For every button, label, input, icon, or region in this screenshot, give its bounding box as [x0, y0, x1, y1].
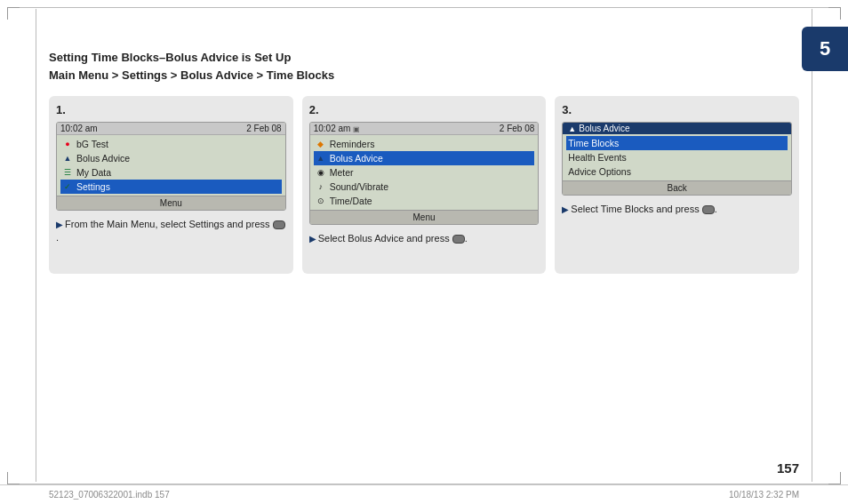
screen-item-3-1: Time Blocks: [566, 136, 788, 150]
device-screen-1: 10:02 am2 Feb 08●bG Test▲Bolus Advice☰My…: [56, 122, 286, 211]
button-icon-2: [452, 235, 465, 244]
step-card-1: 1.10:02 am2 Feb 08●bG Test▲Bolus Advice☰…: [49, 96, 293, 274]
vline-left: [36, 9, 36, 482]
screen-item-1-2: ▲Bolus Advice: [60, 151, 282, 165]
screen-item-2-2: ▲Bolus Advice: [314, 151, 535, 165]
screen-header-title-3: ▲Bolus Advice: [563, 123, 791, 134]
corner-tl: [7, 7, 20, 20]
chapter-tab: 5: [802, 27, 848, 71]
screen-item-2-4: ♪Sound/Vibrate: [314, 180, 535, 194]
screen-body-2: ◆Reminders▲Bolus Advice◉Meter♪Sound/Vibr…: [310, 135, 539, 210]
screen-header-2: 10:02 am ▣2 Feb 08: [310, 123, 539, 135]
step-arrow-2: ▶: [309, 234, 316, 244]
footer-left: 52123_07006322001.indb 157: [49, 490, 170, 500]
button-icon-3: [702, 205, 715, 214]
step-card-2: 2.10:02 am ▣2 Feb 08◆Reminders▲Bolus Adv…: [302, 96, 547, 274]
screen-header-1: 10:02 am2 Feb 08: [57, 123, 285, 135]
screen-item-1-1: ●bG Test: [60, 137, 282, 151]
screen-item-3-3: Advice Options: [566, 164, 788, 179]
screen-item-1-4: ✓Settings: [60, 180, 282, 194]
step-number-3: 3.: [562, 103, 792, 116]
heading-block: Setting Time Blocks–Bolus Advice is Set …: [49, 49, 799, 84]
step-desc-1: ▶From the Main Menu, select Settings and…: [56, 218, 286, 245]
step-arrow-3: ▶: [562, 204, 569, 214]
footer-right: 10/18/13 2:32 PM: [729, 490, 799, 500]
screen-footer-2: Menu: [310, 210, 539, 224]
screen-body-1: ●bG Test▲Bolus Advice☰My Data✓Settings: [57, 135, 285, 196]
footer-bar: 52123_07006322001.indb 157 10/18/13 2:32…: [0, 484, 848, 504]
vline-right: [812, 9, 812, 482]
heading-line2: Main Menu > Settings > Bolus Advice > Ti…: [49, 67, 799, 84]
step-number-1: 1.: [56, 103, 286, 116]
device-screen-3: ▲Bolus AdviceTime BlocksHealth EventsAdv…: [562, 122, 792, 196]
corner-tr: [828, 7, 841, 20]
step-arrow-1: ▶: [56, 220, 63, 229]
screen-item-3-2: Health Events: [566, 150, 788, 164]
step-desc-2: ▶Select Bolus Advice and press .: [309, 232, 540, 245]
screen-body-3: Time BlocksHealth EventsAdvice Options: [563, 134, 791, 180]
step-card-3: 3.▲Bolus AdviceTime BlocksHealth EventsA…: [555, 96, 799, 274]
button-icon-1: [273, 220, 285, 229]
screen-footer-3: Back: [563, 180, 791, 195]
screen-item-2-5: ⊙Time/Date: [314, 194, 535, 208]
hline-top: [20, 7, 828, 8]
device-screen-2: 10:02 am ▣2 Feb 08◆Reminders▲Bolus Advic…: [309, 122, 540, 225]
screen-item-2-3: ◉Meter: [314, 165, 535, 180]
steps-row: 1.10:02 am2 Feb 08●bG Test▲Bolus Advice☰…: [49, 96, 799, 274]
corner-bl: [7, 472, 20, 484]
chapter-number: 5: [820, 37, 830, 60]
main-content: Setting Time Blocks–Bolus Advice is Set …: [49, 49, 799, 477]
step-desc-3: ▶Select Time Blocks and press .: [562, 203, 792, 216]
step-number-2: 2.: [309, 103, 540, 116]
heading-line1: Setting Time Blocks–Bolus Advice is Set …: [49, 49, 799, 67]
screen-item-1-3: ☰My Data: [60, 165, 282, 180]
page-number: 157: [777, 460, 799, 476]
corner-br: [828, 472, 841, 484]
screen-item-2-1: ◆Reminders: [314, 137, 535, 151]
screen-footer-1: Menu: [57, 196, 285, 210]
